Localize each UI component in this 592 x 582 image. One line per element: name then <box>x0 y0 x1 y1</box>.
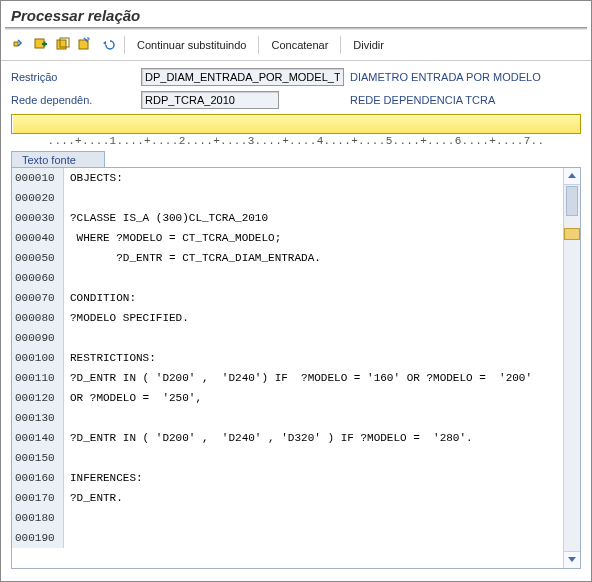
restricao-description: DIAMETRO ENTRADA POR MODELO <box>350 71 541 83</box>
line-text[interactable] <box>64 328 564 348</box>
rede-label: Rede dependên. <box>11 94 141 106</box>
section-tabs: Texto fonte <box>11 150 581 167</box>
line-number: 000160 <box>12 468 64 488</box>
line-text[interactable]: OR ?MODELO = '250', <box>64 388 564 408</box>
line-number: 000130 <box>12 408 64 428</box>
line-text[interactable]: OBJECTS: <box>64 168 564 188</box>
form-area: Restrição DIAMETRO ENTRADA POR MODELO Re… <box>1 67 591 110</box>
line-text[interactable]: ?MODELO SPECIFIED. <box>64 308 564 328</box>
line-text[interactable]: WHERE ?MODELO = CT_TCRA_MODELO; <box>64 228 564 248</box>
command-input[interactable] <box>11 114 581 134</box>
code-line[interactable]: 000160INFERENCES: <box>12 468 564 488</box>
line-number: 000100 <box>12 348 64 368</box>
code-line[interactable]: 000040 WHERE ?MODELO = CT_TCRA_MODELO; <box>12 228 564 248</box>
line-text[interactable]: ?D_ENTR = CT_TCRA_DIAM_ENTRADA. <box>64 248 564 268</box>
line-text[interactable] <box>64 508 564 528</box>
toolbar: Continuar substituindo Concatenar Dividi… <box>1 34 591 58</box>
line-number: 000180 <box>12 508 64 528</box>
tool-icon-4[interactable] <box>77 37 93 53</box>
code-line[interactable]: 000030?CLASSE IS_A (300)CL_TCRA_2010 <box>12 208 564 228</box>
code-line[interactable]: 000150 <box>12 448 564 468</box>
toolbar-separator-line <box>1 60 591 61</box>
toolbar-separator <box>124 36 125 54</box>
restricao-field[interactable] <box>141 68 344 86</box>
code-line[interactable]: 000170?D_ENTR. <box>12 488 564 508</box>
vertical-scrollbar[interactable] <box>563 168 580 568</box>
line-number: 000010 <box>12 168 64 188</box>
line-text[interactable] <box>64 448 564 468</box>
scroll-down-button[interactable] <box>564 551 580 568</box>
code-line[interactable]: 000120OR ?MODELO = '250', <box>12 388 564 408</box>
line-text[interactable]: ?D_ENTR IN ( 'D200' , 'D240' , 'D320' ) … <box>64 428 564 448</box>
line-text[interactable] <box>64 408 564 428</box>
toolbar-separator <box>340 36 341 54</box>
svg-rect-1 <box>57 40 66 49</box>
restricao-label: Restrição <box>11 71 141 83</box>
line-number: 000150 <box>12 448 64 468</box>
code-line[interactable]: 000060 <box>12 268 564 288</box>
scroll-up-button[interactable] <box>564 168 580 185</box>
line-text[interactable] <box>64 188 564 208</box>
line-number: 000070 <box>12 288 64 308</box>
code-line[interactable]: 000130 <box>12 408 564 428</box>
line-text[interactable]: ?D_ENTR IN ( 'D200' , 'D240') IF ?MODELO… <box>64 368 564 388</box>
column-ruler: ....+....1....+....2....+....3....+....4… <box>1 135 591 147</box>
code-line[interactable]: 000090 <box>12 328 564 348</box>
line-text[interactable] <box>64 268 564 288</box>
line-text[interactable]: CONDITION: <box>64 288 564 308</box>
line-number: 000170 <box>12 488 64 508</box>
code-line[interactable]: 000110?D_ENTR IN ( 'D200' , 'D240') IF ?… <box>12 368 564 388</box>
line-number: 000020 <box>12 188 64 208</box>
line-number: 000050 <box>12 248 64 268</box>
rede-field[interactable] <box>141 91 279 109</box>
line-number: 000120 <box>12 388 64 408</box>
code-line[interactable]: 000140?D_ENTR IN ( 'D200' , 'D240' , 'D3… <box>12 428 564 448</box>
scroll-marker <box>564 228 580 240</box>
line-text[interactable]: ?CLASSE IS_A (300)CL_TCRA_2010 <box>64 208 564 228</box>
chevron-down-icon <box>568 557 576 562</box>
line-text[interactable]: RESTRICTIONS: <box>64 348 564 368</box>
line-number: 000060 <box>12 268 64 288</box>
code-line[interactable]: 000180 <box>12 508 564 528</box>
line-number: 000110 <box>12 368 64 388</box>
code-line[interactable]: 000080?MODELO SPECIFIED. <box>12 308 564 328</box>
code-line[interactable]: 000190 <box>12 528 564 548</box>
code-line[interactable]: 000050 ?D_ENTR = CT_TCRA_DIAM_ENTRADA. <box>12 248 564 268</box>
title-separator <box>5 27 587 30</box>
scroll-thumb[interactable] <box>566 186 578 216</box>
code-editor: 000010OBJECTS:000020000030?CLASSE IS_A (… <box>11 167 581 569</box>
line-text[interactable]: ?D_ENTR. <box>64 488 564 508</box>
line-number: 000140 <box>12 428 64 448</box>
code-area[interactable]: 000010OBJECTS:000020000030?CLASSE IS_A (… <box>12 168 564 568</box>
tool-icon-2[interactable] <box>33 37 49 53</box>
rede-description: REDE DEPENDENCIA TCRA <box>350 94 495 106</box>
tool-icon-3[interactable] <box>55 37 71 53</box>
toolbar-separator <box>258 36 259 54</box>
split-button[interactable]: Dividir <box>350 38 387 52</box>
tool-icon-1[interactable] <box>11 37 27 53</box>
line-number: 000030 <box>12 208 64 228</box>
page-title: Processar relação <box>1 1 591 27</box>
line-number: 000080 <box>12 308 64 328</box>
line-number: 000090 <box>12 328 64 348</box>
line-text[interactable] <box>64 528 564 548</box>
code-line[interactable]: 000020 <box>12 188 564 208</box>
undo-icon[interactable] <box>99 37 115 53</box>
line-number: 000040 <box>12 228 64 248</box>
concatenate-button[interactable]: Concatenar <box>268 38 331 52</box>
line-text[interactable]: INFERENCES: <box>64 468 564 488</box>
line-number: 000190 <box>12 528 64 548</box>
code-line[interactable]: 000010OBJECTS: <box>12 168 564 188</box>
continue-replace-button[interactable]: Continuar substituindo <box>134 38 249 52</box>
chevron-up-icon <box>568 173 576 178</box>
tab-texto-fonte[interactable]: Texto fonte <box>11 151 105 168</box>
code-line[interactable]: 000100RESTRICTIONS: <box>12 348 564 368</box>
code-line[interactable]: 000070CONDITION: <box>12 288 564 308</box>
